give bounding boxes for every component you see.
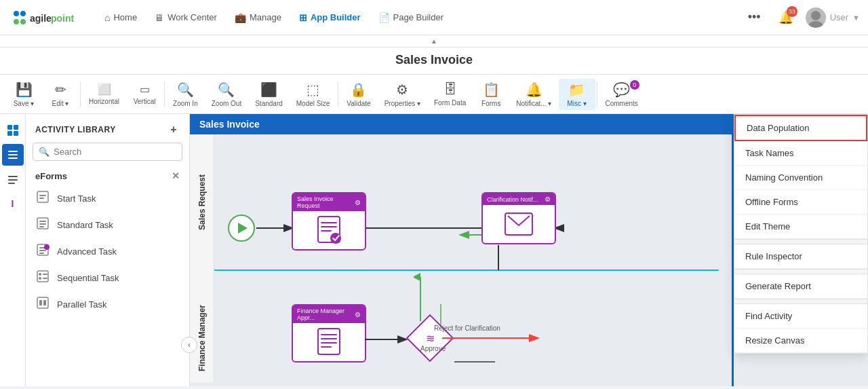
standard-label: Standard bbox=[255, 100, 283, 107]
home-icon: ⌂ bbox=[104, 12, 110, 23]
diamond-node[interactable]: ≋ bbox=[408, 316, 452, 360]
list-item[interactable]: Sequential Task bbox=[26, 265, 189, 291]
sequential-task-icon bbox=[35, 270, 50, 286]
list-item[interactable]: Standard Task bbox=[26, 212, 189, 238]
list-item[interactable]: Advanced Task bbox=[26, 238, 189, 265]
modelsize-label: Model Size bbox=[296, 100, 330, 107]
svg-rect-49 bbox=[321, 226, 337, 227]
toolbar-comments[interactable]: 💬 Comments 0 bbox=[599, 79, 645, 110]
menu-item-task-names[interactable]: Task Names bbox=[734, 141, 867, 166]
user-chevron-icon[interactable]: ▼ bbox=[852, 14, 860, 22]
nav-manage[interactable]: 💼 Manage bbox=[228, 8, 288, 27]
manage-icon: 💼 bbox=[235, 12, 246, 23]
svg-rect-17 bbox=[8, 183, 15, 184]
notification-button[interactable]: 🔔 33 bbox=[773, 7, 799, 28]
menu-item-edit-theme[interactable]: Edit Theme bbox=[734, 215, 867, 239]
sidebar-icon-grid[interactable] bbox=[2, 119, 24, 141]
panel-collapse-handle[interactable]: ‹ bbox=[181, 337, 197, 353]
svg-rect-10 bbox=[7, 131, 12, 136]
main-layout: I ACTIVITY LIBRARY + 🔍 eForms ✕ Start Ta… bbox=[0, 114, 868, 386]
toolbar-edit[interactable]: ✏ Edit ▾ bbox=[42, 79, 79, 110]
list-item[interactable]: Start Task bbox=[26, 185, 189, 212]
list-item-label: Start Task bbox=[57, 193, 96, 204]
svg-rect-56 bbox=[321, 342, 337, 344]
svg-rect-30 bbox=[37, 271, 48, 282]
toolbar-vertical[interactable]: ▭ Vertical bbox=[126, 80, 163, 108]
toolbar-horizontal[interactable]: ⬜ Horizontal bbox=[82, 80, 126, 108]
svg-point-29 bbox=[44, 244, 50, 250]
svg-rect-16 bbox=[8, 179, 18, 181]
nav-manage-label: Manage bbox=[250, 12, 281, 22]
toolbar-zoomin[interactable]: 🔍 Zoom In bbox=[166, 79, 205, 110]
nav-pagebuilder[interactable]: 📄 Page Builder bbox=[372, 8, 450, 27]
menu-item-find-activity[interactable]: Find Activity bbox=[734, 304, 867, 329]
sidebar-icon-menu[interactable] bbox=[2, 168, 24, 190]
toolbar-modelsize[interactable]: ⬚ Model Size bbox=[290, 79, 336, 110]
node-header: Finance Manager Appr... ⚙ bbox=[293, 305, 365, 323]
sales-invoice-request-node[interactable]: Sales Invoice Request ⚙ bbox=[292, 192, 366, 251]
zoomin-icon: 🔍 bbox=[177, 81, 194, 98]
sidebar-icon-apps[interactable]: I bbox=[2, 193, 24, 215]
nav-workcenter[interactable]: 🖥 Work Center bbox=[148, 8, 224, 27]
menu-item-naming-convention[interactable]: Naming Convention bbox=[734, 166, 867, 190]
clarification-node[interactable]: Clarification Notif... ⚙ bbox=[481, 192, 556, 244]
node-gear-icon[interactable]: ⚙ bbox=[355, 311, 361, 318]
svg-rect-20 bbox=[39, 198, 44, 199]
top-nav: agile point ⌂ Home 🖥 Work Center 💼 Manag… bbox=[0, 0, 868, 35]
close-category-button[interactable]: ✕ bbox=[172, 170, 180, 181]
menu-item-data-population[interactable]: Data Population bbox=[734, 115, 867, 141]
page-title: Sales Invoice bbox=[0, 48, 868, 75]
start-task-icon bbox=[35, 190, 50, 207]
notifications-icon: 🔔 bbox=[526, 81, 542, 98]
node-gear-icon[interactable]: ⚙ bbox=[355, 199, 361, 206]
sidebar-icon-list[interactable] bbox=[2, 144, 24, 166]
toolbar-forms[interactable]: 📋 Forms bbox=[473, 79, 509, 110]
toolbar-formdata[interactable]: 🗄 Form Data bbox=[427, 79, 473, 109]
svg-rect-22 bbox=[39, 221, 46, 222]
nav-home[interactable]: ⌂ Home bbox=[98, 8, 144, 27]
collapse-bar[interactable]: ▲ bbox=[0, 35, 868, 48]
svg-rect-19 bbox=[39, 195, 46, 196]
svg-rect-13 bbox=[8, 154, 18, 155]
search-bar: 🔍 bbox=[33, 143, 182, 161]
finance-manager-node[interactable]: Finance Manager Appr... ⚙ bbox=[292, 304, 366, 363]
svg-rect-36 bbox=[39, 300, 42, 305]
menu-item-generate-report[interactable]: Generate Report bbox=[734, 274, 867, 299]
toolbar-sep-3 bbox=[338, 81, 338, 107]
node-label: Sales Invoice Request bbox=[297, 196, 355, 209]
toolbar-properties[interactable]: ⚙ Properties ▾ bbox=[378, 79, 427, 110]
user-area[interactable]: User ▼ bbox=[806, 7, 860, 28]
horizontal-label: Horizontal bbox=[89, 98, 119, 105]
toolbar-sep-4 bbox=[597, 81, 597, 107]
list-item[interactable]: Parallel Task bbox=[26, 291, 189, 318]
node-gear-icon[interactable]: ⚙ bbox=[545, 196, 551, 203]
username-label: User bbox=[830, 12, 848, 22]
toolbar-zoomout[interactable]: 🔍 Zoom Out bbox=[205, 79, 248, 110]
toolbar-notifications[interactable]: 🔔 Notificat... ▾ bbox=[509, 79, 558, 110]
toolbar-standard[interactable]: ⬛ Standard bbox=[248, 79, 290, 110]
svg-rect-14 bbox=[8, 158, 18, 159]
list-item-label: Advanced Task bbox=[57, 246, 117, 257]
swimlane-label-sales: Sales Request bbox=[197, 174, 207, 230]
svg-point-31 bbox=[39, 273, 41, 276]
toolbar-misc[interactable]: 📁 Misc ▾ bbox=[559, 79, 595, 110]
toolbar-validate[interactable]: 🔒 Validate bbox=[340, 79, 377, 110]
menu-item-resize-canvas[interactable]: Resize Canvas bbox=[734, 329, 867, 353]
standard-task-icon bbox=[35, 217, 50, 234]
toolbar: 💾 Save ▾ ✏ Edit ▾ ⬜ Horizontal ▭ Vertica… bbox=[0, 75, 868, 114]
search-input[interactable] bbox=[54, 147, 176, 157]
svg-rect-24 bbox=[39, 226, 44, 227]
nav-appbuilder[interactable]: ⊞ App Builder bbox=[292, 8, 368, 27]
nav-right: ••• 🔔 33 User ▼ bbox=[743, 7, 860, 28]
misc-dropdown-menu: Data Population Task Names Naming Conven… bbox=[734, 114, 868, 354]
forms-icon: 📋 bbox=[483, 81, 500, 98]
more-button[interactable]: ••• bbox=[743, 7, 766, 27]
menu-item-rule-inspector[interactable]: Rule Inspector bbox=[734, 244, 867, 269]
start-node[interactable] bbox=[228, 215, 255, 242]
svg-rect-55 bbox=[321, 338, 337, 339]
menu-item-offline-forms[interactable]: Offline Forms bbox=[734, 190, 867, 215]
toolbar-save[interactable]: 💾 Save ▾ bbox=[5, 79, 42, 110]
svg-rect-35 bbox=[37, 297, 48, 308]
add-activity-button[interactable]: + bbox=[167, 122, 180, 137]
vertical-icon: ▭ bbox=[140, 83, 150, 96]
